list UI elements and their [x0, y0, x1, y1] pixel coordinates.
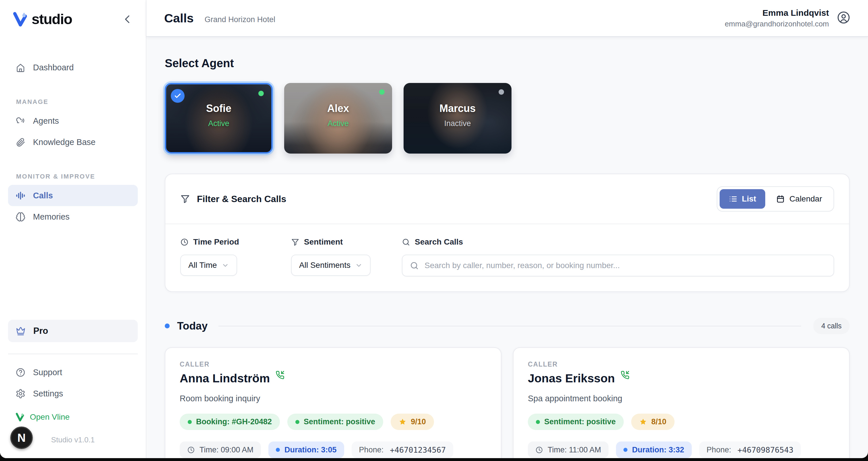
search-icon	[410, 261, 419, 270]
user-profile[interactable]: Emma Lindqvist emma@grandhorizonhotel.co…	[725, 8, 850, 28]
search-field: Search Calls	[402, 237, 834, 276]
sidebar-section-manage: MANAGE	[16, 98, 138, 105]
caller-label: CALLER	[528, 361, 835, 368]
phone-incoming-icon	[276, 372, 284, 380]
search-input[interactable]	[425, 261, 826, 270]
status-dot	[379, 89, 384, 95]
sentiment-label-row: Sentiment	[291, 237, 386, 247]
sidebar-item-dashboard[interactable]: Dashboard	[8, 57, 138, 78]
sidebar-section-monitor: MONITOR & IMPROVE	[16, 173, 138, 180]
call-card-anna[interactable]: CALLER Anna Lindström Room booking inqui…	[165, 347, 501, 458]
call-reason: Spa appointment booking	[528, 394, 835, 403]
sidebar-item-memories[interactable]: Memories	[8, 206, 138, 227]
main-area: Calls Grand Horizon Hotel Emma Lindqvist…	[146, 0, 868, 458]
blue-dot-icon	[276, 448, 280, 452]
sidebar: studio Dashboard MANAGE Agents Knowledge…	[0, 0, 146, 458]
vline-logo-icon	[12, 11, 28, 27]
agent-label: Marcus Inactive	[404, 102, 512, 128]
user-name: Emma Lindqvist	[725, 8, 829, 18]
blue-dot-icon	[623, 448, 627, 452]
app-logo-text: studio	[32, 11, 72, 28]
sidebar-item-label: Support	[33, 368, 62, 377]
sentiment-label: Sentiment	[304, 237, 343, 247]
call-meta: Time: 09:00 AM Duration: 3:05 Phone: +46…	[180, 441, 487, 458]
pro-upgrade-button[interactable]: Pro	[8, 320, 138, 342]
today-divider	[218, 326, 801, 327]
search-icon	[402, 238, 410, 246]
phone-number: +46709876543	[737, 445, 794, 454]
chevron-left-icon	[122, 13, 133, 25]
sidebar-item-knowledge-base[interactable]: Knowledge Base	[8, 131, 138, 153]
clock-icon	[180, 238, 189, 246]
time-period-field: Time Period All Time	[180, 237, 275, 276]
filter-panel-title: Filter & Search Calls	[197, 194, 286, 204]
sidebar-item-support[interactable]: Support	[8, 362, 138, 383]
sidebar-item-label: Agents	[33, 116, 59, 126]
green-dot-icon	[296, 420, 299, 424]
filter-panel-body: Time Period All Time Sentiment	[165, 224, 849, 291]
call-card-jonas[interactable]: CALLER Jonas Eriksson Spa appointment bo…	[513, 347, 849, 458]
caller-row: Anna Lindström	[180, 372, 487, 385]
agent-card-sofie[interactable]: Sofie Active	[165, 83, 273, 154]
agent-name: Marcus	[404, 102, 512, 115]
green-dot-icon	[188, 420, 192, 424]
selected-check-icon	[171, 89, 185, 103]
star-icon	[639, 418, 647, 426]
content-scroll-area[interactable]: Select Agent Sofie Active	[146, 37, 868, 458]
rating-badge: 8/10	[631, 413, 675, 430]
waveform-icon	[16, 191, 26, 201]
sidebar-item-agents[interactable]: Agents	[8, 110, 138, 131]
sidebar-item-settings[interactable]: Settings	[8, 383, 138, 404]
dev-badge-avatar[interactable]: N	[10, 427, 33, 449]
user-circle-icon	[837, 11, 850, 25]
caller-name: Anna Lindström	[180, 372, 270, 385]
agent-name: Sofie	[166, 102, 271, 115]
duration-pill: Duration: 3:05	[268, 441, 344, 458]
agent-status: Active	[166, 119, 271, 128]
call-badges: Booking: #GH-20482 Sentiment: positive 9…	[180, 413, 487, 430]
call-meta: Time: 11:00 AM Duration: 3:32 Phone: +46…	[528, 441, 835, 458]
phone-pill: Phone: +46701234567	[352, 441, 454, 458]
crown-icon	[16, 326, 26, 336]
brain-icon	[16, 212, 26, 222]
agent-card-alex[interactable]: Alex Active	[284, 83, 392, 154]
agent-status: Inactive	[404, 119, 512, 128]
sentiment-select[interactable]: All Sentiments	[291, 255, 371, 276]
time-period-label: Time Period	[193, 237, 239, 247]
agent-label: Alex Active	[284, 102, 392, 128]
filter-search-panel: Filter & Search Calls List Calendar	[165, 174, 849, 292]
chevron-down-icon	[222, 262, 229, 269]
time-period-select[interactable]: All Time	[180, 255, 237, 276]
phone-label: Phone:	[359, 445, 384, 454]
agent-status: Active	[284, 119, 392, 128]
list-view-button[interactable]: List	[720, 189, 766, 209]
call-badges: Sentiment: positive 8/10	[528, 413, 835, 430]
star-icon	[399, 418, 406, 426]
sidebar-collapse-button[interactable]	[122, 13, 133, 25]
sentiment-field: Sentiment All Sentiments	[291, 237, 386, 276]
agent-card-marcus[interactable]: Marcus Inactive	[404, 83, 512, 154]
agent-voice-icon	[16, 116, 26, 126]
sidebar-item-label: Memories	[33, 212, 69, 222]
phone-incoming-icon	[621, 372, 629, 380]
sidebar-divider	[8, 354, 138, 354]
app-version: Studio v1.0.1	[51, 435, 95, 444]
sidebar-footer-nav: Support Settings	[0, 362, 146, 404]
calendar-view-button[interactable]: Calendar	[767, 189, 831, 209]
search-label: Search Calls	[415, 237, 463, 247]
sidebar-version-row: N Studio v1.0.1	[0, 426, 146, 454]
phone-number: +46701234567	[390, 445, 446, 454]
search-box	[402, 255, 834, 276]
pro-label: Pro	[33, 326, 48, 336]
open-vline-link[interactable]: Open Vline	[0, 408, 146, 426]
sidebar-item-label: Settings	[33, 389, 63, 398]
help-circle-icon	[16, 367, 26, 377]
sidebar-item-calls[interactable]: Calls	[8, 185, 138, 206]
agent-label: Sofie Active	[166, 102, 271, 128]
funnel-icon	[180, 194, 190, 204]
green-dot-icon	[536, 420, 540, 424]
booking-badge: Booking: #GH-20482	[180, 413, 280, 430]
calendar-view-label: Calendar	[789, 194, 822, 204]
sidebar-nav: Dashboard MANAGE Agents Knowledge Base M…	[0, 28, 146, 227]
clock-icon	[535, 446, 543, 454]
